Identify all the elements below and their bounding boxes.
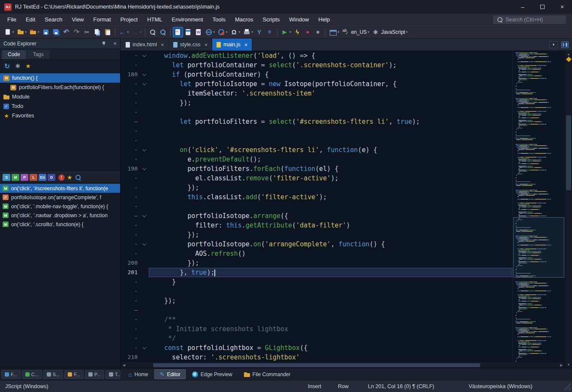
horizontal-scroll-thumb[interactable]	[153, 363, 480, 367]
fold-chevron-icon[interactable]	[142, 147, 146, 151]
maximize-button[interactable]	[533, 0, 552, 14]
code-line[interactable]: ·});	[120, 183, 512, 192]
html-toolbar-button[interactable]	[173, 27, 183, 37]
sidebar-panel-tab-4[interactable]: P...	[85, 370, 104, 379]
code-line[interactable]: 201}, true);	[120, 268, 512, 277]
function-list-item[interactable]: Mon('click', '.mobile-nav-toggle', funct…	[0, 202, 120, 211]
view-tab-home[interactable]: ⌂Home	[123, 369, 153, 380]
preview-document-button[interactable]	[183, 27, 193, 37]
tree-item[interactable]: ✓Todo	[0, 102, 120, 111]
fold-column[interactable]	[139, 51, 149, 60]
fold-chevron-icon[interactable]	[142, 72, 146, 76]
tree-item[interactable]: Nfunction() {	[0, 73, 120, 83]
code-line[interactable]: ·/**	[120, 315, 512, 324]
menu-search[interactable]: Search (Ctrl+H)	[493, 15, 566, 24]
refresh-icon[interactable]: ↻	[4, 62, 10, 70]
settings-icon[interactable]: ✱	[15, 63, 20, 69]
code-line[interactable]: 210selector: '.screenshots-lightbox'	[120, 353, 512, 362]
compare-files-button[interactable]: Y	[254, 27, 265, 37]
fold-chevron-icon[interactable]	[142, 53, 146, 57]
save-button[interactable]	[41, 27, 51, 37]
bookmark-marker-icon[interactable]	[566, 57, 572, 62]
favorites-icon[interactable]: ★	[25, 63, 31, 69]
fold-column[interactable]	[139, 239, 149, 249]
code-line[interactable]: ·let portfolioIsotope = new Isotope(port…	[120, 79, 512, 89]
minimap-viewport[interactable]	[513, 217, 564, 278]
tab-style.css[interactable]: style.css×	[169, 39, 213, 51]
fold-column[interactable]	[139, 70, 149, 79]
menu-edit[interactable]: Edit	[21, 14, 40, 25]
fold-column[interactable]	[139, 79, 149, 89]
function-list-item[interactable]: Mon('click', '.navbar .dropdown > a', fu…	[0, 211, 120, 220]
filter-en-icon[interactable]: En	[39, 174, 46, 181]
data-grid-button[interactable]: ▾	[328, 27, 340, 37]
close-button[interactable]: ×	[552, 0, 572, 14]
tab-index.html[interactable]: index.html×	[121, 39, 169, 51]
scroll-right-icon[interactable]: ▶	[558, 363, 565, 367]
menu-scripts[interactable]: Scripts	[258, 14, 285, 25]
filter-d-icon[interactable]: D	[48, 174, 55, 181]
run-script-button[interactable]: ▶▾	[280, 27, 292, 37]
scroll-up-icon[interactable]: ▲	[565, 52, 572, 56]
vertical-scrollbar[interactable]: ▲ ▼	[565, 51, 572, 368]
panel-close-icon[interactable]: ×	[113, 40, 117, 47]
function-list-item[interactable]: FportfolioIsotope.on('arrangeComplete', …	[0, 193, 120, 202]
filter-m-icon[interactable]: M	[12, 174, 19, 181]
code-line[interactable]: ·AOS.refresh()	[120, 249, 512, 258]
code-line[interactable]: 180if (portfolioContainer) {	[120, 70, 512, 79]
code-line[interactable]: ·});	[120, 98, 512, 108]
tab-close-icon[interactable]: ×	[244, 42, 248, 48]
fold-column[interactable]	[139, 164, 149, 174]
record-macro-button[interactable]: ●	[302, 27, 313, 37]
favorites-filter-icon[interactable]: ★	[67, 174, 72, 181]
fold-chevron-icon[interactable]	[142, 166, 146, 170]
special-characters-button[interactable]: Ω▾	[229, 27, 242, 37]
validate-html-button[interactable]: ▾	[216, 27, 229, 37]
code-line[interactable]: –	[120, 305, 512, 315]
tab-list-dropdown[interactable]: ▾	[549, 41, 558, 48]
find-in-files-button[interactable]	[158, 27, 168, 37]
sidebar-panel-tab-3[interactable]: F...	[64, 370, 84, 379]
open-remote-button[interactable]: ▾	[28, 27, 41, 37]
code-line[interactable]: ·*/	[120, 334, 512, 343]
filter-s-icon[interactable]: S	[3, 174, 10, 181]
code-line[interactable]: ·	[120, 126, 512, 136]
minimap[interactable]	[512, 51, 565, 362]
sidebar-tab-tags[interactable]: Tags	[27, 50, 50, 59]
filter-l-icon[interactable]: L	[30, 174, 37, 181]
code-line[interactable]: –portfolioIsotope.arrange({	[120, 211, 512, 221]
menu-project[interactable]: Project	[116, 14, 142, 25]
menu-view[interactable]: View	[67, 14, 89, 25]
spell-language-button[interactable]: en_US▾	[340, 27, 370, 37]
menu-format[interactable]: Format	[89, 14, 116, 25]
code-line[interactable]: ·portfolioIsotope.on('arrangeComplete', …	[120, 239, 512, 249]
code-line[interactable]: ·* Initiate screenshots lightbox	[120, 324, 512, 334]
resize-grip[interactable]	[563, 383, 571, 390]
code-line[interactable]: ·});	[120, 296, 512, 305]
copy-button[interactable]	[92, 27, 102, 37]
code-line[interactable]: ·itemSelector: '.screenshots-item'	[120, 89, 512, 98]
save-all-button[interactable]	[51, 27, 61, 37]
sidebar-panel-tab-1[interactable]: C...	[22, 370, 42, 379]
fold-column[interactable]	[139, 343, 149, 353]
minimize-button[interactable]: –	[513, 0, 533, 14]
sidebar-panel-tab-0[interactable]: F...	[1, 370, 21, 379]
menu-environment[interactable]: Environment	[167, 14, 208, 25]
menu-help[interactable]: Help	[314, 14, 335, 25]
code-line[interactable]: ·let portfolioContainer = select('.scree…	[120, 60, 512, 70]
new-file-button[interactable]: ▾	[3, 27, 15, 37]
cut-button[interactable]: ✂	[82, 27, 92, 37]
warning-filter-icon[interactable]: !	[58, 174, 65, 181]
horizontal-scrollbar[interactable]: ◀ ▶	[120, 362, 565, 368]
horizontal-scroll-track[interactable]	[127, 363, 558, 368]
function-list-item[interactable]: Mon('click', '.scrollto', function(e) {	[0, 220, 120, 229]
fold-column[interactable]	[139, 145, 149, 155]
stop-macro-button[interactable]: ■	[313, 27, 323, 37]
tree-item[interactable]: ★Favorites	[0, 111, 120, 120]
tree-item[interactable]: NportfolioFilters.forEach(function(el) {	[0, 83, 120, 92]
code-line[interactable]: ·el.classList.remove('filter-active');	[120, 174, 512, 183]
browser-preview-button[interactable]: ▾	[204, 27, 217, 37]
code-line[interactable]: ·	[120, 202, 512, 211]
menu-html[interactable]: HTML	[142, 14, 167, 25]
tools-button[interactable]: ✳	[265, 27, 275, 37]
